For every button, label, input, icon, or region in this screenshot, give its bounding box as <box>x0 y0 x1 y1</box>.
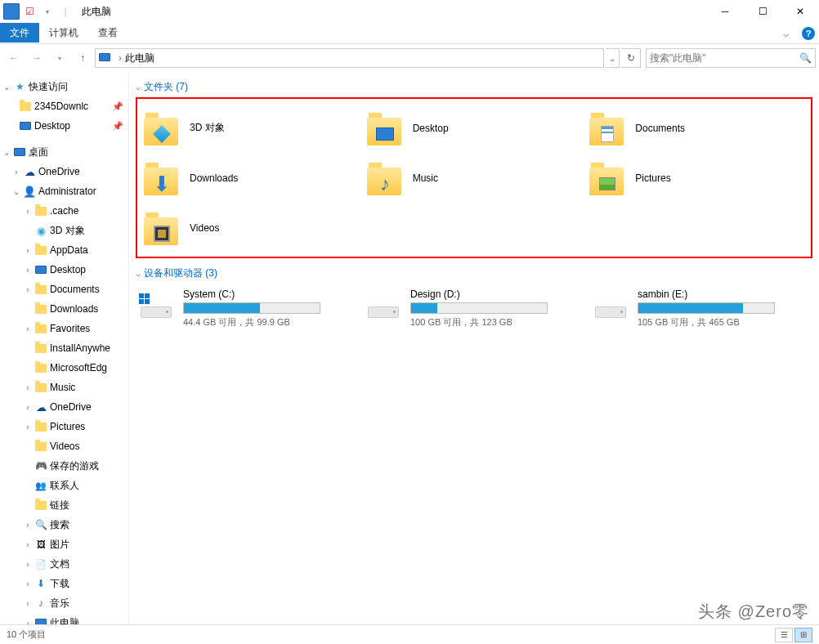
expander-icon[interactable]: › <box>23 246 33 255</box>
minimize-button[interactable]: ─ <box>706 0 744 23</box>
navigation-pane[interactable]: ⌄ ★ 快速访问 2345Downlc 📌 Desktop 📌 ⌄ 桌面 › ☁… <box>0 72 129 624</box>
qat-dropdown-icon[interactable]: ▼ <box>39 3 56 20</box>
refresh-button[interactable]: ↻ <box>621 48 641 68</box>
folder-icon <box>589 161 629 195</box>
tree-label: Videos <box>50 441 79 452</box>
tree-item[interactable]: › ☁ OneDrive <box>0 162 128 181</box>
expander-icon[interactable]: › <box>23 540 33 549</box>
tree-item[interactable]: ◉ 3D 对象 <box>0 221 128 240</box>
content-area[interactable]: ⌵ 文件夹 (7) 3D 对象 Desktop Documents ⬇ Down… <box>129 72 819 624</box>
folder-icon: ♪ <box>367 161 406 195</box>
up-button[interactable]: ↑ <box>72 47 93 69</box>
expander-icon[interactable]: › <box>23 521 33 530</box>
chevron-down-icon[interactable]: ⌵ <box>136 83 141 92</box>
expander-icon[interactable]: ⌄ <box>11 187 21 196</box>
tree-item[interactable]: Downloads <box>0 299 128 319</box>
drives-section-header[interactable]: ⌵ 设备和驱动器 (3) <box>136 263 812 284</box>
expander-icon[interactable]: › <box>23 266 33 275</box>
tree-item[interactable]: › 🖼 图片 <box>0 534 128 554</box>
search-input[interactable] <box>650 52 799 64</box>
tree-item[interactable]: › Desktop <box>0 260 128 280</box>
tree-item[interactable]: InstallAnywhe <box>0 338 128 358</box>
tree-item[interactable]: MicrosoftEdg <box>0 358 128 378</box>
tree-desktop[interactable]: ⌄ 桌面 <box>0 142 128 162</box>
qat-properties-icon[interactable]: ☑ <box>21 3 38 20</box>
tree-item[interactable]: › 此电脑 <box>0 613 128 624</box>
address-bar[interactable]: › 此电脑 <box>95 48 604 68</box>
tree-item[interactable]: 👥 联系人 <box>0 476 128 495</box>
tree-label: 图片 <box>50 538 69 552</box>
breadcrumb-location[interactable]: 此电脑 <box>125 51 154 65</box>
expander-icon[interactable]: › <box>23 285 33 294</box>
tiles-view-button[interactable]: ⊞ <box>794 628 812 642</box>
expander-icon[interactable]: › <box>23 403 33 412</box>
address-history-dropdown[interactable]: ⌄ <box>606 48 620 68</box>
tree-item[interactable]: ⌄ 👤 Administrator <box>0 181 128 201</box>
expander-icon[interactable]: › <box>23 560 33 569</box>
tree-item[interactable]: 2345Downlc 📌 <box>0 96 128 116</box>
search-box[interactable]: 🔍 <box>646 48 816 68</box>
folder-item[interactable]: ♪ Music <box>367 155 582 200</box>
search-icon[interactable]: 🔍 <box>799 52 812 64</box>
chevron-down-icon[interactable]: ⌵ <box>136 269 141 278</box>
tree-item[interactable]: › 📄 文档 <box>0 554 128 574</box>
help-button[interactable]: ? <box>798 23 819 43</box>
tree-label: 链接 <box>50 499 69 512</box>
forward-button[interactable]: → <box>26 47 47 69</box>
expander-icon[interactable]: › <box>23 579 33 588</box>
expander-icon[interactable]: › <box>23 207 33 216</box>
drive-item[interactable]: Design (D:) 100 GB 可用，共 123 GB <box>365 288 584 329</box>
folder-item[interactable]: 3D 对象 <box>144 105 359 150</box>
tree-label: Favorites <box>50 323 90 334</box>
folder-item[interactable]: Desktop <box>367 105 582 150</box>
tree-item[interactable]: › ♪ 音乐 <box>0 593 128 613</box>
drive-item[interactable]: sambin (E:) 105 GB 可用，共 465 GB <box>592 288 811 329</box>
tree-item[interactable]: 🎮 保存的游戏 <box>0 456 128 476</box>
back-button[interactable]: ← <box>3 47 25 69</box>
folder-item[interactable]: Pictures <box>589 155 804 200</box>
expander-icon[interactable]: › <box>23 324 33 333</box>
tree-quick-access[interactable]: ⌄ ★ 快速访问 <box>0 77 128 96</box>
tree-item[interactable]: › .cache <box>0 201 128 221</box>
expander-icon[interactable]: › <box>23 599 33 608</box>
item-count: 10 个项目 <box>7 628 46 641</box>
tree-item[interactable]: › 🔍 搜索 <box>0 515 128 534</box>
view-tab[interactable]: 查看 <box>88 23 128 43</box>
expander-icon[interactable]: › <box>11 168 21 177</box>
expander-icon[interactable]: › <box>23 423 33 432</box>
tree-item[interactable]: › Music <box>0 378 128 397</box>
folders-section-header[interactable]: ⌵ 文件夹 (7) <box>136 77 812 97</box>
folder-item[interactable]: Videos <box>144 205 359 250</box>
tree-label: Music <box>50 382 75 393</box>
details-view-button[interactable]: ☰ <box>775 628 793 642</box>
maximize-button[interactable]: ☐ <box>744 0 781 23</box>
tree-item[interactable]: › Favorites <box>0 319 128 338</box>
computer-tab[interactable]: 计算机 <box>39 23 88 43</box>
folder-label: Desktop <box>413 123 449 134</box>
tree-item[interactable]: › AppData <box>0 240 128 260</box>
expander-icon[interactable]: › <box>23 619 33 625</box>
svg-rect-1 <box>145 293 150 298</box>
expander-icon[interactable]: › <box>23 383 33 392</box>
tree-item[interactable]: › Documents <box>0 280 128 299</box>
tree-item[interactable]: › ⬇ 下载 <box>0 574 128 593</box>
drive-item[interactable]: System (C:) 44.4 GB 可用，共 99.9 GB <box>137 288 356 329</box>
tree-item[interactable]: › Pictures <box>0 417 128 436</box>
tree-item[interactable]: 链接 <box>0 495 128 515</box>
tree-label: OneDrive <box>50 401 92 413</box>
expander-icon[interactable]: ⌄ <box>2 148 11 157</box>
close-button[interactable]: ✕ <box>781 0 819 23</box>
svg-rect-3 <box>145 299 150 304</box>
folder-item[interactable]: Documents <box>589 105 804 150</box>
expander-icon[interactable]: ⌄ <box>2 83 11 92</box>
tree-item[interactable]: › ☁ OneDrive <box>0 397 128 417</box>
chevron-right-icon[interactable]: › <box>115 52 125 64</box>
collapse-ribbon-icon[interactable]: ⌵ <box>773 23 798 43</box>
tree-item[interactable]: Desktop 📌 <box>0 116 128 136</box>
file-tab[interactable]: 文件 <box>0 23 39 42</box>
tree-item[interactable]: Videos <box>0 436 128 456</box>
recent-dropdown-icon[interactable]: ▾ <box>49 47 70 69</box>
folder-item[interactable]: ⬇ Downloads <box>144 155 359 200</box>
folder-icon <box>34 364 48 373</box>
watermark: 头条 @Zero零 <box>698 601 809 623</box>
